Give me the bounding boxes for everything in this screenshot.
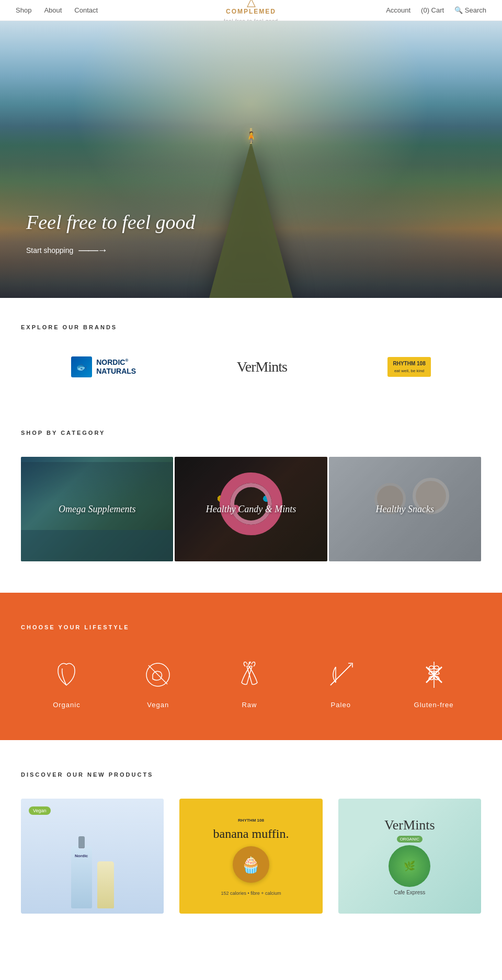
person-silhouette: 🧍	[245, 131, 258, 143]
bottle-2	[97, 861, 114, 908]
paleo-icon	[323, 656, 359, 693]
category-omega[interactable]: Omega Supplements	[21, 457, 173, 561]
search-icon: 🔍	[454, 6, 463, 14]
products-section-title: DISCOVER OUR NEW PRODUCTS	[21, 771, 481, 778]
vegan-icon	[140, 656, 176, 693]
nordic-logo-text: NORDIC®NATURALS	[96, 358, 136, 376]
gluten-free-icon	[416, 656, 452, 693]
hero-content: Feel free to feel good Start shopping ——…	[26, 211, 196, 256]
nav-cart[interactable]: (0) Cart	[421, 6, 444, 14]
nav-shop[interactable]: Shop	[16, 6, 31, 14]
hero-cliff: 🧍	[193, 131, 309, 298]
brand-vermints[interactable]: VerMints	[237, 359, 287, 375]
brands-section: EXPLORE OUR BRANDS 🐟 NORDIC®NATURALS Ver…	[0, 298, 502, 419]
nav-account[interactable]: Account	[386, 6, 410, 14]
raw-label: Raw	[242, 701, 257, 709]
nav-contact[interactable]: Contact	[74, 6, 98, 14]
paleo-label: Paleo	[331, 701, 351, 709]
product-muffin-image: RHYTHM 108 banana muffin. 🧁 152 calories…	[179, 799, 322, 914]
snacks-overlay: Healthy Snacks	[329, 457, 481, 561]
hero-section: 🧍 Feel free to feel good Start shopping …	[0, 21, 502, 298]
category-candy[interactable]: Healthy Candy & Mints	[175, 457, 327, 561]
category-snacks[interactable]: Healthy Snacks	[329, 457, 481, 561]
hero-title: Feel free to feel good	[26, 211, 196, 234]
product-vermints[interactable]: VerMints ORGANIC 🌿 Cafe Express	[338, 799, 481, 914]
vermints-visual: VerMints ORGANIC 🌿 Cafe Express	[338, 799, 481, 914]
lifestyle-raw[interactable]: Raw	[231, 656, 268, 709]
products-section: DISCOVER OUR NEW PRODUCTS Vegan Nordic	[0, 740, 502, 945]
category-section: SHOP BY CATEGORY Omega Supplements Healt…	[0, 419, 502, 593]
brand-nordic[interactable]: 🐟 NORDIC®NATURALS	[71, 356, 136, 377]
brands-grid: 🐟 NORDIC®NATURALS VerMints RHYTHM 108eat…	[21, 351, 481, 393]
category-grid: Omega Supplements Healthy Candy & Mints …	[21, 457, 481, 561]
lifestyle-grid: Organic Vegan	[21, 656, 481, 709]
hero-cta-arrow: ——→	[78, 244, 107, 256]
candy-overlay: Healthy Candy & Mints	[175, 457, 327, 561]
cliff-shape	[209, 141, 293, 298]
product-muffin[interactable]: RHYTHM 108 banana muffin. 🧁 152 calories…	[179, 799, 322, 914]
nav-search[interactable]: 🔍 Search	[454, 6, 486, 14]
hero-cta-button[interactable]: Start shopping ——→	[26, 244, 196, 256]
svg-line-1	[149, 665, 167, 684]
bottle-1: Nordic	[71, 846, 92, 908]
vermints-product-circle: 🌿	[389, 845, 430, 887]
lifestyle-gluten-free[interactable]: Gluten-free	[414, 656, 454, 709]
site-header: Shop About Contact △ COMPLEMED feel free…	[0, 0, 502, 21]
muffin-visual: RHYTHM 108 banana muffin. 🧁 152 calories…	[179, 799, 322, 914]
raw-icon	[231, 656, 268, 693]
nav-right: Account (0) Cart 🔍 Search	[386, 6, 486, 14]
hero-cta-label: Start shopping	[26, 246, 73, 255]
vermints-logo-text: VerMints	[237, 359, 287, 375]
candy-label: Healthy Candy & Mints	[206, 504, 296, 515]
brand-rhythm108[interactable]: RHYTHM 108eat well, be kind	[387, 357, 430, 377]
muffin-calorie-text: 152 calories • fibre + calcium	[221, 891, 281, 896]
nav-left: Shop About Contact	[16, 6, 98, 14]
logo-icon: △	[224, 0, 278, 8]
muffin-circle: 🧁	[233, 846, 269, 883]
nordic-icon: 🐟	[71, 356, 92, 377]
gluten-free-label: Gluten-free	[414, 701, 454, 709]
vegan-label: Vegan	[147, 701, 169, 709]
snacks-label: Healthy Snacks	[376, 504, 434, 515]
product-nordic[interactable]: Vegan Nordic	[21, 799, 164, 914]
category-section-title: SHOP BY CATEGORY	[21, 430, 481, 436]
brands-section-title: EXPLORE OUR BRANDS	[21, 324, 481, 330]
lifestyle-section: CHOOSE YOUR LIFESTYLE Organic Vegan	[0, 593, 502, 740]
nav-about[interactable]: About	[44, 6, 62, 14]
organic-icon	[48, 656, 85, 693]
lifestyle-paleo[interactable]: Paleo	[323, 656, 359, 709]
nordic-product-visual: Vegan Nordic	[21, 799, 164, 914]
muffin-brand-badge: RHYTHM 108	[235, 816, 267, 824]
omega-label: Omega Supplements	[59, 504, 135, 515]
organic-label: Organic	[53, 701, 81, 709]
vermints-product-logo: VerMints	[384, 817, 435, 833]
muffin-title: banana muffin.	[213, 827, 289, 841]
product-nordic-image: Vegan Nordic	[21, 799, 164, 914]
lifestyle-section-title: CHOOSE YOUR LIFESTYLE	[21, 624, 481, 630]
omega-overlay: Omega Supplements	[21, 457, 173, 561]
vermints-organic-badge: ORGANIC	[397, 836, 423, 843]
rhythm-logo-text: RHYTHM 108eat well, be kind	[387, 357, 430, 377]
lifestyle-organic[interactable]: Organic	[48, 656, 85, 709]
lifestyle-vegan[interactable]: Vegan	[140, 656, 176, 709]
products-grid: Vegan Nordic RHYTHM 108 banana muffin. 🧁	[21, 799, 481, 914]
product-vermints-image: VerMints ORGANIC 🌿 Cafe Express	[338, 799, 481, 914]
vermints-flavor: Cafe Express	[394, 890, 425, 895]
logo-name: COMPLEMED	[224, 8, 278, 15]
